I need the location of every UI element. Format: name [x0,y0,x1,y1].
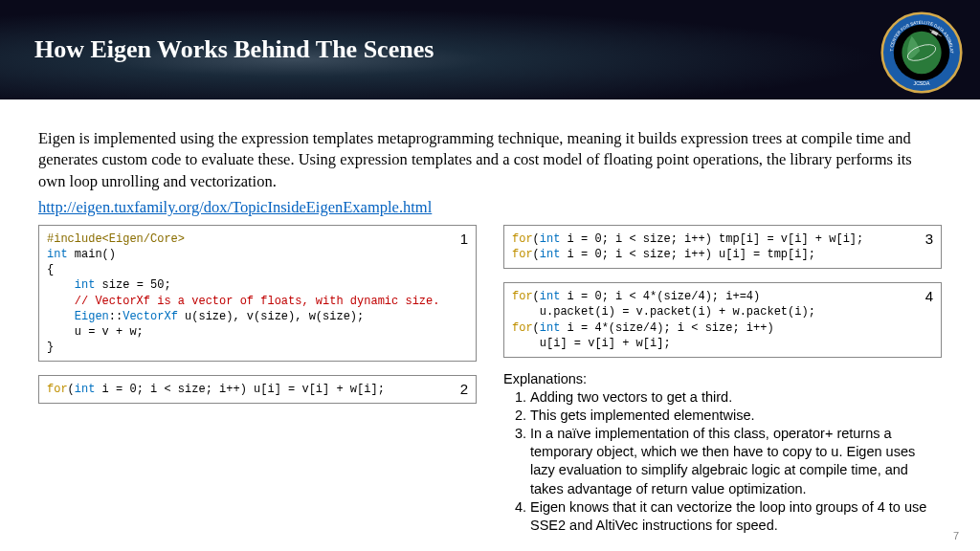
code-block-3: 3for(int i = 0; i < size; i++) tmp[i] = … [503,225,942,269]
intro-paragraph: Eigen is implemented using the expressio… [38,128,942,192]
code-block-1: 1#include<Eigen/Core> int main() { int s… [38,225,477,363]
slide-body: Eigen is implemented using the expressio… [0,99,980,535]
explanations: Explanations: Adding two vectors to get … [503,371,942,535]
code-number: 3 [925,230,933,249]
explanation-item: In a naïve implementation of this class,… [530,425,942,498]
reference-link[interactable]: http://eigen.tuxfamily.org/dox/TopicInsi… [38,198,432,217]
code-block-2: 2for(int i = 0; i < size; i++) u[i] = v[… [38,375,477,404]
jcsda-logo: JOINT CENTER FOR SATELLITE DATA ASSIMILA… [880,11,963,94]
code-block-4: 4for(int i = 0; i < 4*(size/4); i+=4) u.… [503,282,942,358]
code-number: 2 [460,380,468,399]
explanations-header: Explanations: [503,371,942,386]
code-number: 1 [460,230,468,249]
svg-text:JCSDA: JCSDA [914,80,930,86]
explanation-item: Eigen knows that it can vectorize the lo… [530,498,942,535]
slide-header: How Eigen Works Behind The Scenes JOINT … [0,0,980,99]
explanation-item: This gets implemented elementwise. [530,407,942,425]
code-number: 4 [925,287,933,306]
explanation-item: Adding two vectors to get a third. [530,388,942,407]
slide-title: How Eigen Works Behind The Scenes [34,35,434,64]
page-number: 7 [953,530,959,541]
